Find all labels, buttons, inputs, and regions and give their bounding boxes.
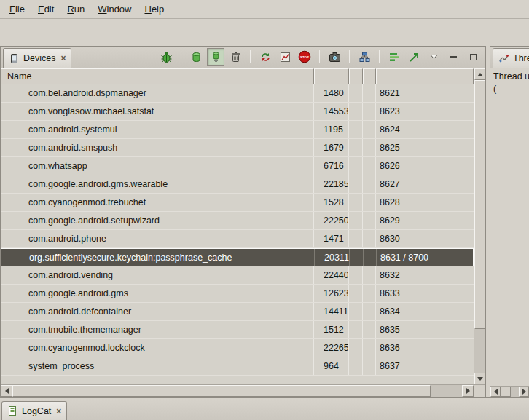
horizontal-scrollbar[interactable]: [1, 384, 485, 397]
blank-cell: [363, 230, 376, 247]
scroll-right-button[interactable]: [519, 387, 529, 397]
minimize-button[interactable]: [444, 48, 462, 66]
dump-hprof-button[interactable]: [207, 48, 224, 66]
process-port-cell: 8632: [376, 266, 474, 284]
blank-cell: [363, 303, 376, 320]
dump-view-hierarchy-button[interactable]: [356, 48, 373, 66]
vertical-scrollbar-thumb[interactable]: [474, 80, 485, 329]
table-row[interactable]: org.sufficientlysecure.keychain:passphra…: [1, 248, 474, 266]
blank-cell: [363, 285, 376, 302]
column-header-blank1[interactable]: [349, 68, 363, 84]
opengl-trace-button[interactable]: [405, 48, 423, 66]
table-row[interactable]: com.android.vending 22440 8632: [1, 266, 474, 285]
table-row[interactable]: com.google.android.gms.wearable 22185 86…: [1, 175, 474, 194]
maximize-button[interactable]: [464, 48, 482, 66]
update-heap-button[interactable]: [187, 48, 205, 66]
screen-capture-button[interactable]: [326, 48, 343, 66]
vertical-scrollbar[interactable]: [474, 68, 485, 384]
blank-cell: [363, 139, 376, 156]
tab-logcat[interactable]: LogCat ×: [1, 401, 67, 420]
process-pid-cell: 964: [314, 357, 349, 375]
table-row[interactable]: com.google.android.gms 12623 8633: [1, 285, 474, 303]
table-row[interactable]: com.vonglasow.michael.satstat 14553 8623: [1, 103, 474, 121]
eclipse-ddms-window: File Edit Run Window Help Devices ×: [0, 0, 529, 420]
blank-cell: [350, 249, 364, 266]
horizontal-scrollbar-thumb[interactable]: [12, 385, 431, 397]
table-row[interactable]: com.android.systemui 1195 8624: [1, 121, 474, 139]
table-row[interactable]: com.whatsapp 6716 8626: [1, 157, 474, 175]
menu-run[interactable]: Run: [60, 1, 91, 17]
table-row[interactable]: com.android.smspush 1679 8625: [1, 139, 474, 157]
view-hierarchy-icon: [358, 51, 371, 63]
blank-cell: [363, 103, 376, 120]
column-header-pid[interactable]: [314, 68, 349, 84]
blank-cell: [349, 230, 363, 247]
process-port-cell: 8637: [376, 357, 474, 375]
maximize-icon: [470, 54, 477, 60]
vertical-scroll-track[interactable]: [474, 80, 485, 373]
update-threads-button[interactable]: [256, 48, 274, 66]
chevron-down-icon: [430, 54, 438, 60]
threads-scrollbar-thumb[interactable]: [501, 387, 511, 397]
menu-help[interactable]: Help: [138, 1, 171, 17]
view-menu-button[interactable]: [425, 48, 442, 66]
blank-cell: [349, 285, 363, 302]
table-row[interactable]: com.android.phone 1471 8630: [1, 230, 474, 248]
dump-hprof-icon: [210, 51, 222, 63]
close-icon[interactable]: ×: [56, 406, 61, 416]
column-header-blank2[interactable]: [363, 68, 376, 84]
opengl-trace-icon: [408, 51, 420, 63]
process-name-cell: com.android.phone: [1, 230, 314, 247]
threads-panel: Threads Thread up (: [490, 46, 529, 397]
blank-cell: [349, 212, 363, 229]
process-pid-cell: 22250: [314, 212, 349, 229]
horizontal-scroll-track[interactable]: [12, 385, 462, 397]
menu-file[interactable]: File: [3, 1, 31, 17]
close-icon[interactable]: ×: [60, 53, 66, 63]
threads-scroll-track[interactable]: [501, 387, 519, 397]
threads-horizontal-scrollbar[interactable]: [490, 386, 529, 397]
process-port-cell: 8629: [376, 212, 474, 229]
process-name-cell: com.android.smspush: [1, 139, 314, 156]
table-row[interactable]: com.bel.android.dspmanager 1480 8621: [1, 84, 474, 103]
table-row[interactable]: com.google.android.setupwizard 22250 862…: [1, 212, 474, 230]
table-row[interactable]: com.cyanogenmod.trebuchet 1528 8628: [1, 194, 474, 212]
scroll-right-button[interactable]: [462, 385, 474, 397]
systrace-button[interactable]: [385, 48, 403, 66]
table-row[interactable]: com.tmobile.thememanager 1512 8635: [1, 321, 474, 339]
blank-cell: [349, 321, 363, 338]
process-pid-cell: 1528: [314, 194, 349, 211]
scroll-up-button[interactable]: [474, 68, 485, 80]
table-row[interactable]: system_process 964 8637: [1, 357, 474, 376]
process-pid-cell: 22265: [314, 339, 349, 357]
menu-edit[interactable]: Edit: [31, 1, 60, 17]
main-toolbar: [0, 19, 529, 46]
method-profiling-icon: [279, 51, 291, 63]
scroll-left-button[interactable]: [1, 385, 12, 397]
scroll-down-button[interactable]: [474, 373, 485, 384]
column-header-name[interactable]: Name: [1, 68, 314, 84]
table-row[interactable]: com.cyanogenmod.lockclock 22265 8636: [1, 339, 474, 357]
process-name-cell: com.cyanogenmod.trebuchet: [1, 194, 314, 211]
menu-window[interactable]: Window: [91, 1, 138, 17]
cause-gc-button[interactable]: [227, 48, 244, 66]
scrollbar-corner: [474, 385, 485, 397]
process-pid-cell: 1679: [314, 139, 349, 156]
stop-process-button[interactable]: STOP: [296, 48, 313, 66]
blank-cell: [364, 249, 377, 266]
scroll-left-button[interactable]: [490, 387, 501, 397]
blank-cell: [363, 121, 376, 138]
method-profiling-button[interactable]: [276, 48, 294, 66]
process-port-cell: 8625: [376, 139, 474, 156]
arrow-right-icon: [522, 389, 526, 395]
device-icon: [9, 53, 20, 64]
process-table: Name com.bel.android.dspmanager 1480 862…: [1, 68, 485, 384]
stop-icon: STOP: [298, 50, 311, 63]
column-header-port[interactable]: [376, 68, 474, 84]
table-row[interactable]: com.android.defcontainer 14411 8634: [1, 303, 474, 321]
debug-bug-icon: [160, 51, 173, 63]
debug-process-button[interactable]: [157, 48, 175, 66]
blank-cell: [363, 357, 376, 375]
tab-threads[interactable]: Threads: [493, 48, 529, 68]
tab-devices[interactable]: Devices ×: [3, 48, 71, 68]
